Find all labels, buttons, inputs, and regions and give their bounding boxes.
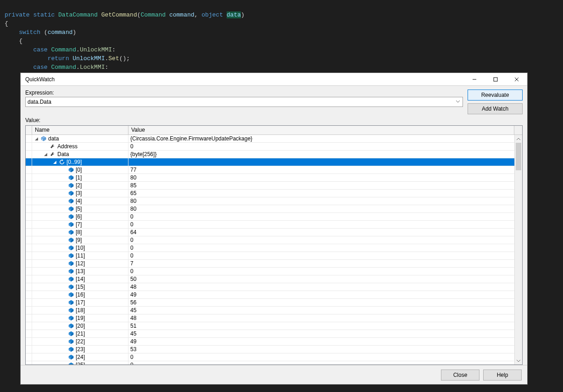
- tree-row[interactable]: [10] 0: [26, 244, 514, 252]
- tree-node-name: [25]: [76, 362, 85, 364]
- tree-row[interactable]: [5] 80: [26, 205, 514, 213]
- dialog-bottombar: Close Help: [21, 365, 527, 384]
- field-icon: [68, 182, 74, 189]
- field-icon: [68, 362, 74, 364]
- column-header-name[interactable]: Name: [32, 126, 128, 134]
- tree-row[interactable]: [19] 48: [26, 314, 514, 322]
- field-icon: [68, 299, 74, 306]
- tree-node-name: Data: [57, 151, 69, 157]
- tree-node-name: [22]: [76, 338, 85, 345]
- tree-row[interactable]: [12] 7: [26, 260, 514, 268]
- tree-node-name: [10]: [76, 245, 85, 251]
- tree-node-value: {byte[256]}: [128, 151, 514, 157]
- titlebar[interactable]: QuickWatch: [21, 73, 527, 86]
- field-icon: [68, 276, 74, 282]
- scrollbar-thumb[interactable]: [516, 143, 521, 170]
- expander-open-icon[interactable]: ◢: [34, 136, 39, 141]
- tree-row[interactable]: [1] 80: [26, 174, 514, 182]
- close-dialog-button[interactable]: Close: [441, 370, 479, 381]
- tree-node-value: 53: [128, 346, 514, 353]
- tree-row[interactable]: [14] 50: [26, 275, 514, 283]
- tree-node-name: [17]: [76, 299, 85, 306]
- tree-node-name: [15]: [76, 284, 85, 290]
- tree-row[interactable]: [2] 85: [26, 182, 514, 190]
- tree-row[interactable]: ◢ Data {byte[256]}: [26, 151, 514, 158]
- tree-node-value: 77: [128, 167, 514, 173]
- expression-input[interactable]: [25, 97, 463, 107]
- tree-node-name: [20]: [76, 323, 85, 329]
- tree-node-name: Address: [57, 143, 78, 150]
- tree-node-name: [6]: [76, 213, 82, 220]
- tree-row[interactable]: [6] 0: [26, 213, 514, 221]
- tree-row[interactable]: [3] 65: [26, 190, 514, 197]
- tree-row[interactable]: [7] 0: [26, 221, 514, 229]
- add-watch-button[interactable]: Add Watch: [468, 103, 523, 114]
- tree-row[interactable]: [0] 77: [26, 166, 514, 174]
- tree-row[interactable]: [13] 0: [26, 268, 514, 275]
- scroll-up-icon[interactable]: [515, 135, 522, 143]
- scroll-down-icon[interactable]: [515, 357, 522, 364]
- vertical-scrollbar[interactable]: [514, 135, 522, 364]
- tree-node-value: 45: [128, 330, 514, 337]
- minimize-button[interactable]: [464, 73, 485, 86]
- tree-row[interactable]: [11] 0: [26, 252, 514, 260]
- tree-row[interactable]: [24] 0: [26, 353, 514, 361]
- maximize-button[interactable]: [485, 73, 506, 86]
- field-icon: [68, 190, 74, 196]
- field-icon: [68, 252, 74, 259]
- tree-node-name: [2]: [76, 182, 82, 189]
- tree-node-value: 80: [128, 198, 514, 204]
- quickwatch-dialog: QuickWatch Expression: Reevalua: [20, 73, 528, 385]
- tree-node-name: [19]: [76, 315, 85, 321]
- tree-node-value: 0: [128, 213, 514, 220]
- field-icon: [68, 268, 74, 274]
- tree-row[interactable]: [4] 80: [26, 197, 514, 205]
- field-icon: [68, 174, 74, 181]
- tree-node-name: [0]: [76, 167, 82, 173]
- expander-open-icon[interactable]: ◢: [52, 160, 57, 165]
- tree-row[interactable]: [9] 0: [26, 236, 514, 244]
- tree-node-value: 45: [128, 307, 514, 314]
- field-icon: [68, 323, 74, 329]
- tree-node-value: 0: [128, 221, 514, 228]
- tree-row[interactable]: [22] 49: [26, 338, 514, 346]
- tree-row[interactable]: ◢ [0..99]: [26, 158, 514, 166]
- tree-row[interactable]: [21] 45: [26, 330, 514, 338]
- tree-row[interactable]: [20] 51: [26, 322, 514, 330]
- wrench-icon: [50, 143, 56, 150]
- tree-row[interactable]: [15] 48: [26, 283, 514, 291]
- close-button[interactable]: [506, 73, 527, 86]
- tree-row[interactable]: ◢ data {Circassia.Core.Engine.FirmwareUp…: [26, 135, 514, 143]
- tree-node-value: 49: [128, 338, 514, 345]
- tree-node-value: 48: [128, 315, 514, 321]
- field-icon: [68, 237, 74, 243]
- tree-node-value: 0: [128, 362, 514, 364]
- field-icon: [68, 221, 74, 228]
- tree-node-value: 51: [128, 323, 514, 329]
- field-icon: [68, 354, 74, 360]
- expander-open-icon[interactable]: ◢: [43, 152, 48, 157]
- wrench-icon: [50, 151, 56, 157]
- tree-row[interactable]: [23] 53: [26, 346, 514, 353]
- tree-row[interactable]: [18] 45: [26, 307, 514, 314]
- tree-node-value: 49: [128, 291, 514, 298]
- tree-row[interactable]: [17] 56: [26, 299, 514, 307]
- field-icon: [68, 213, 74, 220]
- field-icon: [68, 206, 74, 212]
- window-title: QuickWatch: [25, 76, 55, 83]
- tree-row[interactable]: Address 0: [26, 143, 514, 151]
- tree-node-name: [23]: [76, 346, 85, 353]
- column-header-value[interactable]: Value: [128, 126, 514, 134]
- help-button[interactable]: Help: [483, 370, 522, 381]
- tree-node-value: 7: [128, 260, 514, 267]
- tree-row[interactable]: [8] 64: [26, 229, 514, 236]
- tree-node-value: 0: [128, 237, 514, 243]
- reevaluate-button[interactable]: Reevaluate: [468, 90, 523, 101]
- tree-node-name: [8]: [76, 229, 82, 235]
- refresh-icon: [59, 159, 65, 165]
- field-icon: [68, 167, 74, 173]
- tree-node-value: 50: [128, 276, 514, 282]
- tree-row[interactable]: [16] 49: [26, 291, 514, 299]
- tree-row[interactable]: [25] 0: [26, 361, 514, 364]
- tree-node-name: [14]: [76, 276, 85, 282]
